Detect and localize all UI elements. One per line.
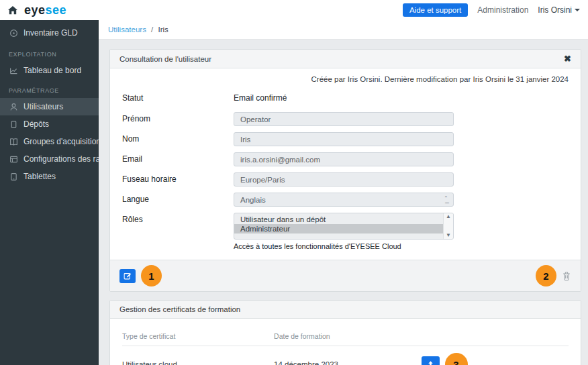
logo-eye: eye (24, 3, 46, 17)
field-row-email: Email (122, 152, 569, 166)
scroll-down-icon[interactable]: ▼ (446, 233, 451, 238)
close-icon[interactable]: ✖ (564, 54, 571, 63)
column-header-type: Type de certificat (122, 323, 274, 346)
field-row-prenom: Prénom (122, 112, 569, 126)
sidebar-section-parametrage: PARAMÉTRAGE (0, 79, 99, 98)
content: Consultation de l'utilisateur ✖ Créée pa… (99, 40, 588, 365)
annotation-badge-2: 2 (536, 265, 556, 286)
upload-certificate-button[interactable] (422, 356, 440, 365)
statut-value: Email confirmé (234, 91, 454, 103)
breadcrumb: Utilisateurs / Iris (99, 20, 588, 40)
report-icon (9, 154, 18, 164)
table-row: Utilisateur cloud 14 décembre 2023 (122, 346, 569, 365)
logo-see: see (46, 3, 67, 17)
roles-scrollbar[interactable]: ▲ ▼ (443, 213, 453, 239)
prenom-label: Prénom (122, 112, 234, 123)
user-consultation-card: Consultation de l'utilisateur ✖ Créée pa… (109, 49, 581, 292)
creation-meta: Créée par Iris Orsini. Dernière modifica… (122, 75, 569, 83)
langue-label: Langue (122, 193, 234, 204)
sidebar-item-label: Tablettes (23, 172, 56, 181)
email-label: Email (122, 152, 234, 164)
edit-button[interactable] (119, 269, 136, 283)
field-row-statut: Statut Email confirmé (122, 91, 569, 103)
sidebar-item-groupes-acquisitions[interactable]: Groupes d'acquisitions (0, 133, 99, 150)
breadcrumb-current: Iris (158, 25, 168, 34)
breadcrumb-link-utilisateurs[interactable]: Utilisateurs (108, 25, 146, 34)
topbar: eyesee Aide et support Administration Ir… (0, 0, 588, 20)
certificates-card-body: Type de certificat Date de formation Uti… (110, 319, 581, 365)
certificate-date-cell: 14 décembre 2023 (274, 346, 421, 365)
roles-option-administrateur[interactable]: Administrateur (234, 224, 443, 233)
administration-link[interactable]: Administration (477, 5, 528, 15)
roles-option-utilisateur-depot[interactable]: Utilisateur dans un dépôt (234, 215, 443, 224)
statut-label: Statut (122, 91, 234, 103)
column-header-actions (422, 323, 569, 346)
book-icon (9, 137, 18, 146)
certificates-table: Type de certificat Date de formation Uti… (122, 323, 569, 365)
sidebar-item-label: Dépôts (23, 119, 49, 129)
app-logo[interactable]: eyesee (24, 4, 66, 16)
topbar-right: Aide et support Administration Iris Orsi… (403, 3, 580, 17)
home-icon[interactable] (8, 6, 17, 15)
nom-label: Nom (122, 132, 234, 144)
column-header-date: Date de formation (274, 323, 421, 346)
certificates-card: Gestion des certificats de formation Typ… (109, 300, 581, 365)
field-row-langue: Langue Anglais ˆ̲ (122, 193, 569, 207)
compass-icon (9, 28, 18, 38)
sidebar-item-label: Groupes d'acquisitions (23, 137, 105, 146)
upload-icon (426, 360, 435, 365)
sidebar-item-tablettes[interactable]: Tablettes (0, 168, 99, 185)
sidebar-item-depots[interactable]: Dépôts (0, 115, 99, 133)
chart-icon (9, 66, 18, 75)
user-card-title: Consultation de l'utilisateur (119, 55, 211, 63)
brand: eyesee (8, 4, 66, 16)
scroll-up-icon[interactable]: ▲ (446, 214, 451, 219)
main-area: Utilisateurs / Iris Consultation de l'ut… (99, 20, 588, 365)
user-card-header: Consultation de l'utilisateur ✖ (110, 50, 581, 68)
certificates-card-header: Gestion des certificats de formation (110, 301, 581, 319)
chevron-down-icon (575, 9, 580, 11)
prenom-field[interactable] (234, 112, 454, 126)
sidebar-item-label: Inventaire GLD (23, 28, 78, 38)
certificate-type-cell: Utilisateur cloud (122, 346, 274, 365)
pencil-square-icon (124, 272, 132, 280)
sidebar-item-utilisateurs[interactable]: Utilisateurs (0, 98, 99, 115)
user-icon (9, 102, 18, 111)
trash-icon[interactable] (562, 271, 571, 281)
field-row-roles: Rôles Utilisateur dans un dépôt Administ… (122, 213, 569, 250)
roles-listbox[interactable]: Utilisateur dans un dépôt Administrateur… (234, 213, 454, 240)
tablet-icon (9, 172, 18, 181)
langue-select[interactable]: Anglais ˆ̲ (234, 193, 454, 207)
fuseau-horaire-field[interactable] (234, 172, 454, 187)
sidebar-item-label: Utilisateurs (23, 102, 63, 111)
sidebar-item-inventaire-gld[interactable]: Inventaire GLD (0, 23, 99, 43)
field-row-fuseau: Fuseau horaire (122, 172, 569, 187)
sidebar-item-tableau-de-bord[interactable]: Tableau de bord (0, 62, 99, 79)
annotation-badge-1: 1 (141, 265, 162, 286)
field-row-nom: Nom (122, 132, 569, 146)
roles-help-text: Accès à toutes les fonctionnalités d'EYE… (234, 242, 454, 250)
user-menu-label: Iris Orsini (538, 5, 572, 15)
user-card-body: Créée par Iris Orsini. Dernière modifica… (110, 68, 581, 260)
email-field[interactable] (234, 152, 454, 166)
user-card-footer: 1 2 (110, 260, 581, 291)
sidebar-item-label: Tableau de bord (23, 66, 81, 75)
sidebar-section-exploitation: EXPLOITATION (0, 43, 99, 62)
warehouse-icon (9, 119, 18, 129)
fuseau-label: Fuseau horaire (122, 172, 234, 184)
annotation-badge-3: 3 (445, 353, 468, 365)
roles-label: Rôles (122, 213, 234, 224)
sidebar: Inventaire GLD EXPLOITATION Tableau de b… (0, 20, 99, 365)
breadcrumb-separator: / (151, 25, 153, 34)
chevron-down-icon: ˆ̲ (445, 197, 447, 203)
langue-selected-value: Anglais (240, 196, 266, 204)
nom-field[interactable] (234, 132, 454, 146)
user-menu[interactable]: Iris Orsini (538, 5, 580, 15)
sidebar-item-configurations-rapports[interactable]: Configurations des rapports (0, 150, 99, 168)
help-support-button[interactable]: Aide et support (403, 3, 468, 17)
certificates-card-title: Gestion des certificats de formation (119, 305, 240, 313)
